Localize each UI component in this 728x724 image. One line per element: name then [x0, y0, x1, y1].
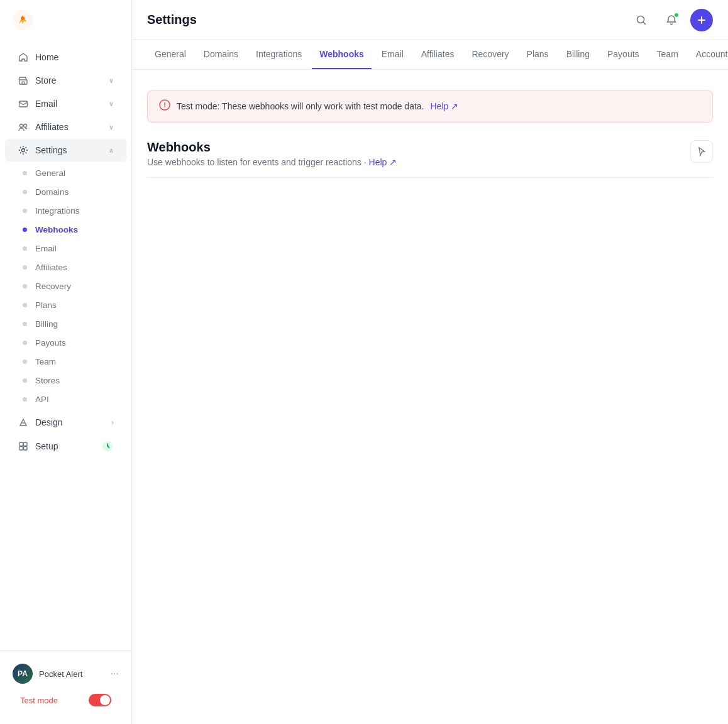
test-mode-toggle[interactable]: [89, 694, 111, 706]
sidebar-item-setup-label: Setup: [35, 441, 95, 451]
subnav-payouts-label: Payouts: [35, 338, 66, 348]
subnav-item-integrations[interactable]: Integrations: [5, 202, 126, 220]
sidebar-item-home-label: Home: [35, 52, 114, 62]
workspace-switcher[interactable]: PA Pocket Alert ···: [10, 659, 121, 689]
sidebar-navigation: Home Store ∨ Email ∨ Affiliates ∨: [0, 40, 131, 650]
tab-payouts[interactable]: Payouts: [600, 40, 647, 69]
svg-point-13: [637, 16, 644, 23]
setup-badge: [101, 440, 114, 452]
subnav-email-label: Email: [35, 244, 57, 253]
tab-general[interactable]: General: [147, 40, 194, 69]
workspace-menu-button[interactable]: ···: [111, 668, 119, 679]
tab-billing[interactable]: Billing: [559, 40, 597, 69]
workspace-name: Pocket Alert: [39, 669, 104, 679]
design-chevron-icon: ›: [111, 419, 114, 426]
subnav-item-team[interactable]: Team: [5, 353, 126, 371]
subnav-item-recovery[interactable]: Recovery: [5, 277, 126, 295]
tab-team[interactable]: Team: [649, 40, 686, 69]
sidebar-item-settings-label: Settings: [35, 145, 102, 155]
subnav-item-api[interactable]: API: [5, 390, 126, 409]
workspace-avatar: PA: [13, 664, 33, 684]
logo-area: [0, 0, 131, 40]
sidebar-item-home[interactable]: Home: [5, 46, 126, 69]
subnav-team-label: Team: [35, 357, 56, 366]
settings-chevron-icon: ∧: [109, 146, 114, 155]
svg-point-1: [21, 16, 25, 20]
topbar: Settings: [132, 0, 728, 40]
tab-affiliates[interactable]: Affiliates: [414, 40, 462, 69]
test-mode-bar: Test mode: [10, 689, 121, 716]
subnav-item-stores[interactable]: Stores: [5, 371, 126, 390]
subnav-item-affiliates[interactable]: Affiliates: [5, 258, 126, 277]
webhooks-description: Use webhooks to listen for events and tr…: [147, 157, 397, 167]
svg-rect-4: [19, 101, 28, 107]
subnav-item-domains[interactable]: Domains: [5, 183, 126, 201]
sidebar-item-store-label: Store: [35, 75, 102, 85]
add-webhook-button[interactable]: [690, 140, 713, 163]
email-chevron-icon: ∨: [109, 100, 114, 108]
notifications-button[interactable]: [660, 9, 683, 31]
search-button[interactable]: [630, 9, 653, 31]
subnav-recovery-label: Recovery: [35, 282, 71, 291]
sidebar-item-store[interactable]: Store ∨: [5, 69, 126, 92]
sidebar-item-setup[interactable]: Setup: [5, 434, 126, 458]
settings-subnav: General Domains Integrations Webhooks Em…: [0, 162, 131, 410]
svg-point-5: [20, 124, 23, 128]
sidebar: Home Store ∨ Email ∨ Affiliates ∨: [0, 0, 132, 724]
alert-circle-icon: [159, 99, 170, 113]
webhooks-help-link[interactable]: Help ↗: [369, 157, 397, 167]
test-mode-alert: Test mode: These webhooks will only work…: [147, 90, 713, 123]
subnav-item-webhooks[interactable]: Webhooks: [5, 221, 126, 239]
add-button[interactable]: [690, 9, 713, 31]
topbar-actions: [630, 9, 713, 31]
design-icon: [18, 417, 29, 428]
tab-domains[interactable]: Domains: [196, 40, 246, 69]
subnav-item-email[interactable]: Email: [5, 239, 126, 258]
sidebar-item-design-label: Design: [35, 417, 105, 427]
settings-icon: [18, 145, 29, 156]
cursor-icon: [697, 146, 707, 156]
sidebar-item-affiliates[interactable]: Affiliates ∨: [5, 116, 126, 138]
search-icon: [636, 14, 647, 26]
subnav-item-billing[interactable]: Billing: [5, 315, 126, 333]
subnav-billing-label: Billing: [35, 319, 58, 329]
svg-rect-10: [19, 447, 23, 451]
page-content: Test mode: These webhooks will only work…: [132, 70, 728, 724]
svg-point-15: [164, 106, 165, 107]
subnav-affiliates-label: Affiliates: [35, 263, 67, 272]
webhooks-desc-text: Use webhooks to listen for events and tr…: [147, 157, 369, 167]
main-content-area: Settings General: [132, 0, 728, 724]
tab-integrations[interactable]: Integrations: [248, 40, 309, 69]
tab-recovery[interactable]: Recovery: [464, 40, 516, 69]
subnav-api-label: API: [35, 395, 49, 404]
tab-account[interactable]: Account: [688, 40, 728, 69]
home-icon: [18, 52, 29, 63]
subnav-item-payouts[interactable]: Payouts: [5, 334, 126, 352]
sidebar-item-design[interactable]: Design ›: [5, 411, 126, 434]
affiliates-icon: [18, 121, 29, 133]
setup-icon: [18, 441, 29, 452]
subnav-item-plans[interactable]: Plans: [5, 296, 126, 314]
webhooks-divider: [147, 177, 713, 178]
svg-rect-9: [24, 442, 28, 446]
alert-help-link[interactable]: Help ↗: [430, 101, 458, 111]
affiliates-chevron-icon: ∨: [109, 123, 114, 131]
subnav-item-general[interactable]: General: [5, 164, 126, 182]
sidebar-bottom: PA Pocket Alert ··· Test mode: [0, 650, 131, 724]
sidebar-item-email-label: Email: [35, 99, 102, 109]
webhooks-title: Webhooks: [147, 140, 397, 155]
tab-email[interactable]: Email: [374, 40, 411, 69]
tab-plans[interactable]: Plans: [519, 40, 556, 69]
sidebar-item-email[interactable]: Email ∨: [5, 92, 126, 115]
subnav-general-label: General: [35, 168, 65, 178]
notification-dot: [674, 13, 679, 18]
alert-text: Test mode: These webhooks will only work…: [177, 101, 424, 111]
sidebar-item-settings[interactable]: Settings ∧: [5, 139, 126, 162]
webhooks-title-group: Webhooks Use webhooks to listen for even…: [147, 140, 397, 167]
plus-icon: [697, 15, 707, 25]
subnav-webhooks-label: Webhooks: [35, 225, 78, 234]
subnav-stores-label: Stores: [35, 376, 60, 385]
tab-webhooks[interactable]: Webhooks: [312, 40, 372, 69]
svg-point-6: [24, 124, 27, 128]
sidebar-item-affiliates-label: Affiliates: [35, 122, 102, 132]
